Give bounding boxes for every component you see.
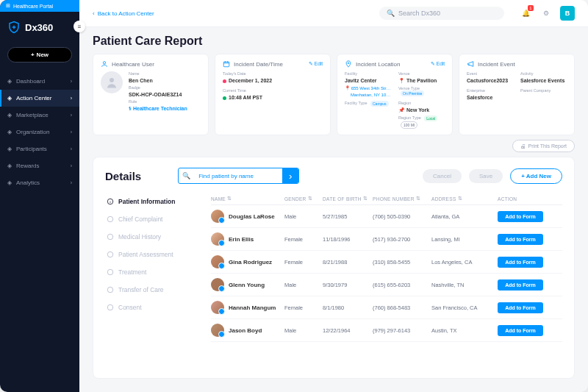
table-row: Erin EllisFemale11/18/1996(517) 936-2700…: [211, 228, 562, 251]
add-to-form-button[interactable]: Add to Form: [498, 325, 543, 336]
card-healthcare-user: Healthcare User Name Ben Chen Badge SDK-…: [93, 54, 209, 135]
nav-item-organization[interactable]: ◈Organization›: [0, 124, 79, 140]
add-to-form-button[interactable]: Add to Form: [498, 211, 543, 222]
col-action: ACTION: [498, 196, 543, 202]
facility-addr2: Manhattan, NY 10014: [351, 93, 391, 97]
hc-name: Ben Chen: [129, 78, 187, 83]
tab-label: Consent: [118, 304, 142, 311]
chevron-right-icon: ›: [71, 96, 72, 101]
region-label: Region: [398, 101, 445, 105]
tab-label: Medical History: [118, 233, 161, 240]
cell-address: Los Angeles, CA: [431, 259, 498, 266]
nav-item-analytics[interactable]: ◈Analytics›: [0, 174, 79, 191]
chevron-right-icon: ›: [71, 113, 72, 118]
col-dob[interactable]: DATE OF BIRTH ⇅: [323, 196, 373, 202]
nav-label: Organization: [16, 129, 49, 135]
nav-label: Action Center: [16, 95, 51, 101]
user-avatar[interactable]: B: [560, 6, 575, 21]
cell-dob: 9/30/1979: [323, 282, 373, 288]
nav-item-participants[interactable]: ◈Participants›: [0, 140, 79, 157]
nav-item-dashboard[interactable]: ◈Dashboard›: [0, 73, 79, 90]
print-button[interactable]: 🖨Print This Report: [512, 140, 575, 152]
table-row: Douglas LaRoseMale5/27/1985(706) 505-039…: [211, 205, 562, 228]
name-label: Name: [129, 71, 187, 76]
back-label: Back to Action Center: [98, 10, 154, 17]
add-new-button[interactable]: + Add New: [510, 168, 562, 184]
info-row: Healthcare User Name Ben Chen Badge SDK-…: [79, 54, 588, 135]
nav-item-action-center[interactable]: ◈Action Center›: [0, 90, 79, 107]
region-val: 📌 New York: [398, 107, 445, 113]
brand-logo: Dx360: [0, 12, 79, 43]
tab-label: Patient Assessment: [118, 251, 173, 258]
add-to-form-button[interactable]: Add to Form: [498, 279, 543, 291]
today-val: December 1, 2022: [223, 78, 323, 83]
cell-name: Gina Rodriguez: [211, 255, 284, 268]
col-addr[interactable]: ADDRESS ⇅: [431, 196, 498, 202]
tab-patient-assessment[interactable]: Patient Assessment: [105, 247, 201, 262]
svg-point-9: [107, 287, 113, 293]
tab-chief-complaint[interactable]: Chief Complaint: [105, 212, 201, 227]
nav-item-rewards[interactable]: ◈Rewards›: [0, 157, 79, 174]
cell-phone: (310) 858-5455: [373, 259, 431, 266]
patient-search-input[interactable]: [194, 168, 282, 183]
sidebar-collapse[interactable]: ≡: [74, 21, 85, 32]
card-title: Incident Location: [356, 61, 401, 68]
cell-phone: (760) 868-5483: [373, 304, 431, 311]
tab-patient-information[interactable]: Patient Information: [105, 194, 201, 209]
tab-consent[interactable]: Consent: [105, 300, 201, 315]
global-search[interactable]: 🔍 Search Dx360: [379, 7, 504, 20]
tab-treatment[interactable]: Treatment: [105, 265, 201, 279]
facility-addr: 📍 655 West 34th Street: [345, 85, 391, 90]
chevron-left-icon: ‹: [93, 10, 95, 17]
hc-badge: SDK-HCP-ODAIE3Z14: [129, 92, 187, 97]
patient-search-go[interactable]: ›: [282, 168, 298, 183]
notif-badge: 1: [528, 5, 534, 11]
portal-label: Healthcare Portal: [13, 4, 53, 9]
edit-location[interactable]: ✎ Edit: [431, 61, 445, 67]
user-icon: [101, 60, 108, 68]
patient-name: Gina Rodriguez: [229, 259, 272, 266]
nav-item-marketplace[interactable]: ◈Marketplace›: [0, 107, 79, 124]
edit-datetime[interactable]: ✎ Edit: [309, 61, 323, 67]
notifications-button[interactable]: 🔔 1: [519, 7, 532, 20]
tab-transfer-of-care[interactable]: Transfer of Care: [105, 282, 201, 297]
settings-button[interactable]: ⚙: [539, 7, 553, 20]
cell-name: Jason Boyd: [211, 324, 284, 337]
cell-name: Hannah Mangum: [211, 301, 284, 314]
patient-name: Erin Ellis: [229, 236, 254, 243]
col-name[interactable]: NAME ⇅: [211, 196, 284, 202]
patient-name: Glenn Young: [229, 282, 265, 288]
circle-icon: [107, 215, 114, 223]
cancel-button[interactable]: Cancel: [423, 169, 462, 183]
add-to-form-button[interactable]: Add to Form: [498, 257, 543, 268]
building-icon: ◈: [7, 129, 12, 135]
col-gender[interactable]: GENDER ⇅: [284, 196, 323, 202]
back-link[interactable]: ‹Back to Action Center: [93, 10, 154, 17]
cell-name: Erin Ellis: [211, 232, 284, 246]
tab-label: Patient Information: [118, 198, 175, 205]
info-icon: [107, 198, 114, 205]
tab-medical-history[interactable]: Medical History: [105, 229, 201, 244]
add-to-form-button[interactable]: Add to Form: [498, 234, 543, 245]
calendar-icon: [223, 60, 230, 68]
megaphone-icon: [467, 60, 474, 68]
gear-icon: ⚙: [543, 10, 549, 17]
cell-phone: (615) 655-6203: [373, 282, 431, 288]
cell-phone: (517) 936-2700: [373, 236, 431, 243]
page-title: Patient Care Report: [93, 35, 575, 48]
patient-name: Douglas LaRose: [229, 213, 275, 220]
facility-val: Javitz Center: [345, 78, 391, 83]
main: ‹Back to Action Center 🔍 Search Dx360 🔔 …: [79, 0, 588, 392]
gift-icon: ◈: [7, 163, 12, 169]
chevron-right-icon: ›: [71, 146, 72, 152]
add-to-form-button[interactable]: Add to Form: [498, 302, 543, 313]
new-button[interactable]: +New: [7, 47, 72, 63]
details-panel: Details 🔍 › Cancel Save + Add New Patien…: [93, 157, 575, 379]
chevron-right-icon: ›: [289, 171, 292, 182]
table-row: Gina RodriguezFemale8/21/1988(310) 858-5…: [211, 251, 562, 274]
detail-tabs: Patient InformationChief ComplaintMedica…: [105, 193, 201, 372]
nav-label: Analytics: [16, 179, 40, 186]
col-phone[interactable]: PHONE NUMBER ⇅: [373, 196, 431, 202]
save-button[interactable]: Save: [469, 169, 503, 183]
person-icon: [105, 76, 118, 89]
